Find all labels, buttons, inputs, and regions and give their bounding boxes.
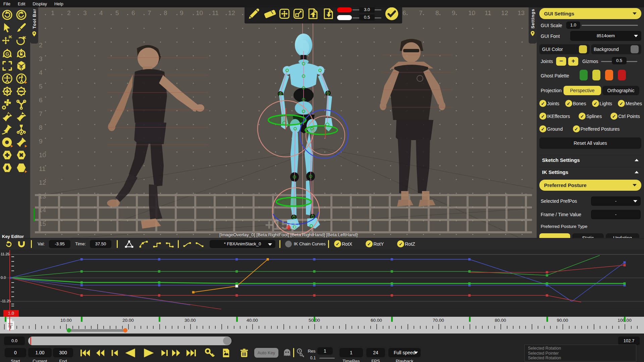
keyframe-marker[interactable] (391, 270, 393, 273)
export-sketch-icon[interactable] (307, 7, 319, 20)
undo-key-icon[interactable] (4, 240, 13, 249)
reset-all-button[interactable]: Reset All values (539, 137, 641, 149)
keyframe-marker[interactable] (391, 294, 393, 297)
keyframe-marker[interactable] (468, 258, 471, 260)
scale-canvas-icon[interactable] (293, 7, 304, 20)
toggle-meshes[interactable]: ✓Meshes (618, 100, 642, 107)
timeline-h-scrollbar[interactable] (28, 337, 231, 345)
checkbox-checked-icon[interactable]: ✓ (579, 113, 586, 120)
start-frame-input[interactable]: 0 (5, 348, 26, 357)
curve-rot-red-low[interactable] (10, 278, 581, 302)
keyframe-marker[interactable] (546, 282, 548, 285)
keyframe-marker[interactable] (80, 294, 83, 297)
playback-speed-dropdown[interactable]: Full speed (388, 348, 421, 357)
gui-scale-value[interactable]: 1.0 (566, 21, 580, 29)
range-end-handle[interactable] (123, 328, 127, 333)
skip-to-start-button[interactable] (80, 349, 91, 357)
apply-check-icon[interactable] (385, 7, 399, 21)
selected-prefpos-dropdown[interactable]: - (591, 196, 641, 206)
keyframe-marker[interactable] (313, 270, 316, 273)
keyframe-marker[interactable] (313, 258, 316, 260)
selected-keyframe-marker[interactable] (235, 285, 238, 288)
frame-time-value[interactable]: - (591, 210, 641, 219)
current-frame-input[interactable]: 1.00 (28, 348, 52, 357)
keyframe-marker[interactable] (313, 294, 316, 297)
gui-color-swatch[interactable] (579, 45, 587, 53)
toggle-lights[interactable]: ✓Lights (592, 100, 612, 107)
flat-out-tangent-icon[interactable] (195, 240, 205, 249)
keyframe-marker[interactable] (391, 282, 393, 285)
gizmos-size-value[interactable]: 0.5 (612, 57, 627, 64)
import-sketch-icon[interactable] (322, 7, 334, 20)
eraser-icon[interactable] (262, 7, 277, 20)
keyframe-marker[interactable] (546, 294, 548, 297)
sketch-settings-header[interactable]: Sketch Settings (539, 155, 641, 165)
pencil-icon[interactable] (247, 7, 261, 20)
keyframe-marker[interactable] (468, 270, 471, 273)
anim-stack-dropdown[interactable]: * FBXAnimStack_0 (210, 240, 275, 248)
toggle-ground[interactable]: ✓Ground (539, 125, 563, 132)
figure-tpose-icon[interactable] (1, 72, 13, 84)
projection-perspective-button[interactable]: Perspective (564, 86, 601, 95)
posture-type-option-3[interactable]: Updating (606, 233, 639, 238)
keyframe-marker[interactable] (80, 281, 83, 284)
background-color-picker[interactable]: Background (591, 44, 641, 54)
gui-scale-slider[interactable] (582, 25, 638, 26)
scroll-min-value[interactable]: 0.0 (4, 337, 25, 345)
hex-solid-icon[interactable] (15, 162, 27, 174)
set-key-button[interactable] (205, 348, 215, 358)
keyframe-marker[interactable] (158, 284, 160, 286)
ghost-palette-swatch-3[interactable] (605, 70, 613, 80)
secondary-color-swatch[interactable] (337, 15, 352, 20)
keyframe-marker[interactable] (192, 291, 195, 293)
ghost-palette-swatch-2[interactable] (592, 70, 600, 80)
checkbox-checked-icon[interactable]: ✓ (565, 100, 572, 107)
keyframe-marker[interactable] (391, 258, 393, 260)
ring-tool-icon[interactable] (1, 136, 13, 148)
gui-font-dropdown[interactable]: 8514oem (570, 31, 641, 41)
ik-cube-icon[interactable]: IK (15, 60, 27, 72)
keyframe-marker[interactable] (80, 258, 83, 260)
joint-add-icon[interactable] (1, 98, 13, 110)
checkbox-checked-icon[interactable]: ✓ (592, 100, 599, 107)
keyframe-marker[interactable] (624, 282, 626, 285)
keyframe-marker[interactable] (158, 294, 160, 297)
ghost-palette-swatch-1[interactable] (580, 70, 588, 80)
joints-minus-button[interactable]: − (556, 57, 566, 66)
curve-editor[interactable]: 11.25 0.0 -11.25 (0, 250, 644, 310)
checkbox-checked-icon[interactable]: ✓ (539, 113, 546, 120)
checkbox-checked-icon[interactable]: ✓ (366, 240, 373, 247)
toolbar-pin-tab[interactable]: Tool Bar (30, 7, 38, 44)
background-color-swatch[interactable] (631, 45, 639, 53)
checkbox-checked-icon[interactable]: ✓ (618, 100, 625, 107)
toggle-rotz[interactable]: ✓RotZ (397, 240, 415, 247)
flat-in-tangent-icon[interactable] (183, 240, 192, 249)
hex-add-icon[interactable] (1, 149, 13, 161)
curve-rot-green-upper[interactable] (10, 255, 600, 278)
skip-to-end-button[interactable] (186, 349, 197, 357)
toggle-rotx[interactable]: ✓RotX (334, 240, 352, 247)
pin-add-icon[interactable] (1, 111, 13, 123)
posture-type-option-2[interactable]: Static (572, 233, 604, 238)
checkbox-checked-icon[interactable]: ✓ (610, 113, 618, 120)
keyframe-marker[interactable] (80, 270, 83, 273)
gui-color-picker[interactable]: GUI Color (539, 44, 590, 54)
keyframe-marker[interactable] (624, 261, 626, 263)
projection-orthographic-button[interactable]: Orthographic (602, 86, 639, 95)
checkbox-checked-icon[interactable]: ✓ (573, 125, 580, 132)
redo-icon[interactable] (15, 9, 27, 21)
smooth-tangent-icon[interactable] (138, 240, 150, 249)
toggle-splines[interactable]: ✓Splines (579, 113, 602, 120)
gui-settings-header[interactable]: GUI Settings (539, 8, 641, 19)
end-frame-input[interactable]: 300 (53, 348, 73, 357)
res-slider[interactable] (319, 358, 335, 359)
joints-plus-button[interactable]: + (568, 57, 578, 66)
fast-forward-button[interactable] (171, 349, 181, 357)
primary-color-swatch[interactable] (337, 7, 352, 12)
brush-icon[interactable] (15, 21, 27, 34)
ik-settings-header[interactable]: IK Settings (539, 167, 641, 177)
move-ik-icon[interactable]: IK (1, 34, 13, 46)
preferred-posture-header[interactable]: Preferred Posture (539, 180, 641, 191)
checkbox-checked-icon[interactable]: ✓ (539, 100, 546, 107)
next-key-button[interactable] (160, 349, 168, 357)
